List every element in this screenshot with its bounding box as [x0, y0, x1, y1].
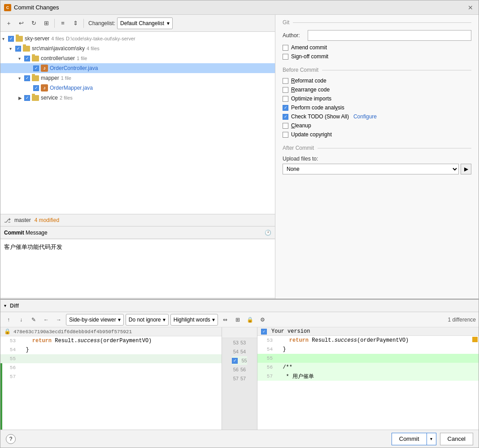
author-label: Author:: [283, 32, 308, 39]
after-commit-title: After Commit: [283, 145, 471, 151]
cancel-button[interactable]: Cancel: [440, 433, 473, 445]
lock-icon: 🔒: [4, 328, 11, 335]
diff-line-numbers: 5353 5454 ✓ 55 5656 5757: [222, 327, 257, 430]
help-button[interactable]: ?: [6, 434, 16, 444]
diff-line: 57 * 用户催单: [257, 372, 479, 381]
file-count: 1 file: [77, 56, 87, 61]
line-pair: 5353: [233, 338, 246, 347]
reformat-checkbox[interactable]: [283, 78, 288, 84]
branch-status-bar: ⎇ master 4 modified: [0, 214, 275, 226]
tree-checkbox[interactable]: ✓: [24, 95, 30, 101]
list-item[interactable]: ▾ ✓ sky-server 4 files D:\code\sky-take-…: [0, 34, 275, 43]
undo-button[interactable]: ↩: [16, 18, 26, 29]
back-button[interactable]: ←: [41, 314, 52, 325]
refresh-button[interactable]: ↻: [28, 18, 39, 29]
check-todo-checkbox[interactable]: ✓: [283, 114, 288, 120]
left-panel: ＋ ↩ ↻ ⊞ ≡ ⇕ Changelist: Default Changeli…: [0, 15, 275, 299]
app-icon: C: [4, 4, 11, 11]
line-number: 54: [259, 347, 273, 352]
tree-checkbox[interactable]: ✓: [24, 75, 30, 81]
changelist-select[interactable]: Default Changelist ▾: [117, 17, 173, 29]
optimize-checkbox[interactable]: [283, 96, 288, 102]
line-content: /**: [276, 364, 477, 370]
diff-line: 55: [257, 354, 479, 363]
commit-dropdown-button[interactable]: ▾: [427, 433, 436, 445]
expand-arrow: ▶: [18, 96, 23, 100]
edit-button[interactable]: ✎: [28, 314, 39, 325]
cleanup-label: Cleanup: [291, 122, 311, 129]
diff-section: ▾ Diff ↑ ↓ ✎ ← → Side-by-side viewer ▾ D…: [0, 299, 479, 430]
list-item[interactable]: ▾ ✓ src\main\java\com\sky 4 files: [0, 43, 275, 53]
columns-button[interactable]: ⊞: [232, 314, 243, 325]
line-content: }: [276, 346, 477, 352]
tree-checkbox[interactable]: ✓: [33, 85, 39, 91]
diff-right-header: ✓ Your version: [257, 327, 479, 336]
branch-icon: ⎇: [4, 217, 11, 224]
java-icon: J: [41, 84, 48, 91]
reformat-label: Reformat code: [291, 78, 327, 84]
forward-button[interactable]: →: [53, 314, 64, 325]
line-content: * 用户催单: [276, 373, 477, 380]
cleanup-checkbox[interactable]: [283, 123, 288, 129]
upload-select[interactable]: None: [283, 164, 459, 174]
ignore-label: Do not ignore: [129, 317, 161, 323]
diff-right-panel: ✓ Your version 53 return Result.success(…: [257, 327, 479, 430]
add-button[interactable]: ＋: [3, 18, 14, 29]
update-copyright-row: Update copyright: [283, 131, 471, 138]
ignore-dropdown[interactable]: Do not ignore ▾: [126, 314, 169, 326]
line-number: 55: [2, 356, 16, 361]
perform-checkbox[interactable]: ✓: [283, 105, 288, 111]
group-button[interactable]: ⊞: [41, 18, 52, 29]
diff-toggle-arrow[interactable]: ▾: [4, 303, 6, 308]
lock-button[interactable]: 🔒: [245, 314, 256, 325]
update-copyright-checkbox[interactable]: [283, 132, 288, 138]
line-checkbox[interactable]: ✓: [232, 358, 238, 364]
file-tree[interactable]: ▾ ✓ sky-server 4 files D:\code\sky-take-…: [0, 32, 275, 214]
commit-button[interactable]: Commit: [392, 433, 427, 445]
diff-line: 53 return Result.success(orderPaymentVO): [257, 336, 479, 345]
close-button[interactable]: ✕: [466, 3, 475, 12]
diff-line: 53 return Result.success(orderPaymentVO): [0, 336, 222, 345]
list-item[interactable]: ▶ ✓ service 2 files: [0, 93, 275, 103]
next-change-button[interactable]: ↓: [16, 314, 26, 325]
list-item[interactable]: ▾ ✓ J OrderController.java: [0, 63, 275, 73]
expand-button[interactable]: ≡: [57, 18, 68, 29]
amend-commit-checkbox[interactable]: [283, 45, 288, 51]
file-name: src\main\java\com\sky: [32, 45, 85, 52]
changelist-dropdown-icon: ▾: [167, 20, 170, 26]
author-input[interactable]: [308, 30, 471, 41]
split-button[interactable]: ⇔: [220, 314, 231, 325]
settings-button[interactable]: ⚙: [257, 314, 268, 325]
tree-checkbox[interactable]: ✓: [8, 36, 14, 42]
tree-checkbox[interactable]: ✓: [15, 46, 21, 52]
file-name: OrderController.java: [50, 65, 98, 71]
right-header-checkbox[interactable]: ✓: [261, 329, 267, 335]
sign-off-checkbox[interactable]: [283, 54, 288, 60]
rearrange-checkbox[interactable]: [283, 87, 288, 93]
window-title: Commit Changes: [14, 4, 466, 11]
prev-change-button[interactable]: ↑: [3, 314, 14, 325]
file-name: mapper: [41, 75, 59, 81]
viewer-label: Side-by-side viewer: [69, 317, 116, 323]
configure-link[interactable]: Configure: [353, 113, 377, 120]
line-number: 55: [259, 356, 273, 361]
before-commit-title: Before Commit: [283, 67, 471, 73]
line-number: 53: [259, 338, 273, 343]
folder-icon: [32, 56, 39, 61]
list-item[interactable]: ▾ ✓ controller\user 1 file: [0, 53, 275, 63]
collapse-button[interactable]: ⇕: [70, 18, 81, 29]
upload-settings-button[interactable]: ▶: [461, 164, 471, 174]
history-icon[interactable]: 🕐: [265, 230, 271, 236]
list-item[interactable]: ▾ ✓ mapper 1 file: [0, 73, 275, 83]
list-item[interactable]: ▾ ✓ J OrderMapper.java: [0, 83, 275, 93]
highlight-dropdown[interactable]: Highlight words ▾: [170, 314, 218, 326]
commit-message-area: Commit Message 🕐: [0, 226, 275, 299]
viewer-dropdown[interactable]: Side-by-side viewer ▾: [66, 314, 124, 326]
commit-message-input[interactable]: [0, 239, 275, 297]
file-toolbar: ＋ ↩ ↻ ⊞ ≡ ⇕ Changelist: Default Changeli…: [0, 15, 275, 32]
file-name: sky-server: [25, 35, 49, 42]
tree-checkbox[interactable]: ✓: [24, 56, 30, 61]
tree-checkbox[interactable]: ✓: [33, 65, 39, 71]
main-content: ＋ ↩ ↻ ⊞ ≡ ⇕ Changelist: Default Changeli…: [0, 15, 479, 299]
diff-indicator: [0, 363, 2, 430]
